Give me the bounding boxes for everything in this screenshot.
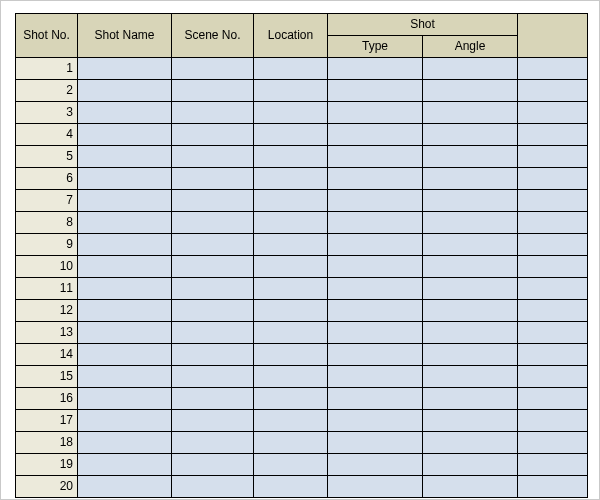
cell-extra[interactable] xyxy=(518,168,588,190)
cell-angle[interactable] xyxy=(423,256,518,278)
cell-extra[interactable] xyxy=(518,80,588,102)
cell-location[interactable] xyxy=(254,300,328,322)
cell-location[interactable] xyxy=(254,80,328,102)
cell-angle[interactable] xyxy=(423,432,518,454)
cell-name[interactable] xyxy=(78,476,172,498)
cell-type[interactable] xyxy=(328,58,423,80)
cell-extra[interactable] xyxy=(518,410,588,432)
cell-scene[interactable] xyxy=(172,454,254,476)
cell-angle[interactable] xyxy=(423,102,518,124)
cell-scene[interactable] xyxy=(172,322,254,344)
cell-type[interactable] xyxy=(328,102,423,124)
cell-location[interactable] xyxy=(254,344,328,366)
cell-name[interactable] xyxy=(78,366,172,388)
cell-angle[interactable] xyxy=(423,80,518,102)
cell-location[interactable] xyxy=(254,212,328,234)
cell-type[interactable] xyxy=(328,322,423,344)
cell-location[interactable] xyxy=(254,124,328,146)
cell-extra[interactable] xyxy=(518,256,588,278)
cell-extra[interactable] xyxy=(518,366,588,388)
cell-location[interactable] xyxy=(254,58,328,80)
cell-extra[interactable] xyxy=(518,58,588,80)
cell-scene[interactable] xyxy=(172,234,254,256)
cell-name[interactable] xyxy=(78,168,172,190)
cell-scene[interactable] xyxy=(172,146,254,168)
cell-name[interactable] xyxy=(78,300,172,322)
cell-type[interactable] xyxy=(328,256,423,278)
cell-angle[interactable] xyxy=(423,278,518,300)
cell-type[interactable] xyxy=(328,476,423,498)
cell-location[interactable] xyxy=(254,102,328,124)
cell-angle[interactable] xyxy=(423,58,518,80)
cell-angle[interactable] xyxy=(423,366,518,388)
cell-name[interactable] xyxy=(78,278,172,300)
cell-angle[interactable] xyxy=(423,124,518,146)
cell-location[interactable] xyxy=(254,234,328,256)
cell-extra[interactable] xyxy=(518,212,588,234)
cell-extra[interactable] xyxy=(518,234,588,256)
cell-location[interactable] xyxy=(254,278,328,300)
cell-type[interactable] xyxy=(328,168,423,190)
cell-name[interactable] xyxy=(78,344,172,366)
cell-type[interactable] xyxy=(328,366,423,388)
cell-location[interactable] xyxy=(254,476,328,498)
cell-type[interactable] xyxy=(328,300,423,322)
cell-extra[interactable] xyxy=(518,322,588,344)
cell-type[interactable] xyxy=(328,212,423,234)
cell-extra[interactable] xyxy=(518,454,588,476)
cell-scene[interactable] xyxy=(172,256,254,278)
cell-type[interactable] xyxy=(328,80,423,102)
cell-location[interactable] xyxy=(254,388,328,410)
cell-type[interactable] xyxy=(328,190,423,212)
cell-angle[interactable] xyxy=(423,344,518,366)
cell-scene[interactable] xyxy=(172,366,254,388)
cell-name[interactable] xyxy=(78,410,172,432)
cell-name[interactable] xyxy=(78,256,172,278)
cell-extra[interactable] xyxy=(518,388,588,410)
cell-location[interactable] xyxy=(254,146,328,168)
cell-location[interactable] xyxy=(254,454,328,476)
cell-scene[interactable] xyxy=(172,58,254,80)
cell-angle[interactable] xyxy=(423,212,518,234)
cell-scene[interactable] xyxy=(172,124,254,146)
cell-extra[interactable] xyxy=(518,300,588,322)
cell-angle[interactable] xyxy=(423,300,518,322)
cell-extra[interactable] xyxy=(518,344,588,366)
cell-scene[interactable] xyxy=(172,102,254,124)
cell-location[interactable] xyxy=(254,410,328,432)
cell-scene[interactable] xyxy=(172,190,254,212)
cell-name[interactable] xyxy=(78,388,172,410)
cell-type[interactable] xyxy=(328,344,423,366)
cell-scene[interactable] xyxy=(172,388,254,410)
cell-angle[interactable] xyxy=(423,146,518,168)
cell-angle[interactable] xyxy=(423,410,518,432)
cell-angle[interactable] xyxy=(423,168,518,190)
cell-scene[interactable] xyxy=(172,344,254,366)
cell-type[interactable] xyxy=(328,124,423,146)
cell-location[interactable] xyxy=(254,256,328,278)
cell-location[interactable] xyxy=(254,190,328,212)
cell-extra[interactable] xyxy=(518,278,588,300)
cell-angle[interactable] xyxy=(423,476,518,498)
cell-type[interactable] xyxy=(328,454,423,476)
cell-angle[interactable] xyxy=(423,190,518,212)
cell-type[interactable] xyxy=(328,234,423,256)
cell-scene[interactable] xyxy=(172,432,254,454)
cell-angle[interactable] xyxy=(423,454,518,476)
cell-extra[interactable] xyxy=(518,102,588,124)
cell-name[interactable] xyxy=(78,58,172,80)
cell-name[interactable] xyxy=(78,80,172,102)
cell-name[interactable] xyxy=(78,234,172,256)
cell-name[interactable] xyxy=(78,322,172,344)
cell-scene[interactable] xyxy=(172,278,254,300)
cell-scene[interactable] xyxy=(172,300,254,322)
cell-name[interactable] xyxy=(78,102,172,124)
cell-type[interactable] xyxy=(328,410,423,432)
cell-angle[interactable] xyxy=(423,388,518,410)
cell-location[interactable] xyxy=(254,168,328,190)
cell-type[interactable] xyxy=(328,432,423,454)
cell-location[interactable] xyxy=(254,432,328,454)
cell-type[interactable] xyxy=(328,278,423,300)
cell-name[interactable] xyxy=(78,432,172,454)
cell-name[interactable] xyxy=(78,454,172,476)
